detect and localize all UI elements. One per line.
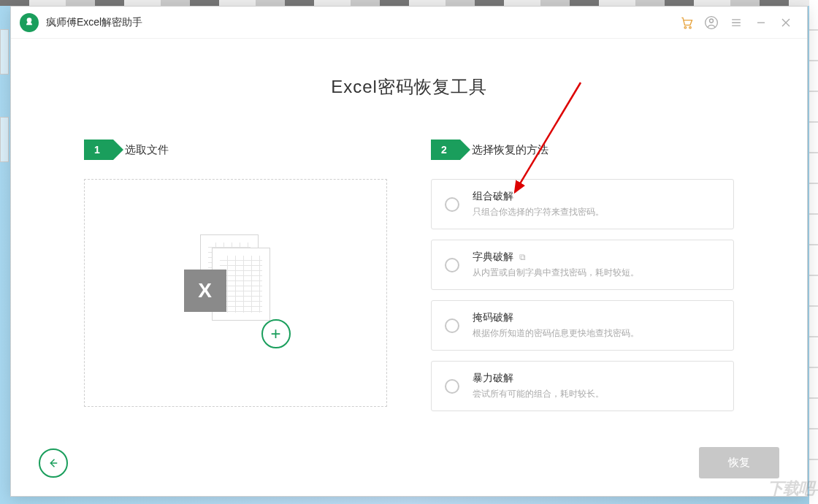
step1-header: 1 选取文件 (84, 140, 387, 160)
radio-icon (445, 318, 459, 333)
step1-badge: 1 (84, 140, 113, 160)
recover-button[interactable]: 恢复 (699, 447, 779, 478)
method-title: 掩码破解 (473, 311, 720, 324)
method-title: 组合破解 (473, 190, 720, 203)
svg-point-3 (710, 19, 714, 23)
radio-icon (445, 197, 459, 212)
user-icon[interactable] (699, 10, 724, 35)
step1-label: 选取文件 (125, 143, 169, 157)
method-title: 暴力破解 (473, 372, 720, 385)
app-logo-icon (20, 13, 39, 32)
footer: 恢复 (11, 447, 807, 478)
app-window: 疯师傅Excel解密助手 Excel密码恢复工具 1 选取文件 (10, 6, 808, 497)
watermark: 下载吧 (768, 478, 814, 500)
method-option-0[interactable]: 组合破解 只组合你选择的字符来查找密码。 (431, 179, 734, 229)
page-title: Excel密码恢复工具 (84, 75, 734, 99)
desktop-right-icons (809, 0, 818, 504)
method-desc: 尝试所有可能的组合，耗时较长。 (473, 388, 720, 400)
desktop-top-strip (0, 0, 818, 6)
step1-column: 1 选取文件 X + (84, 140, 387, 411)
app-title: 疯师傅Excel解密助手 (46, 16, 142, 29)
method-desc: 从内置或自制字典中查找密码，耗时较短。 (473, 267, 720, 279)
svg-point-1 (689, 26, 692, 28)
method-title: 字典破解⧉ (473, 251, 720, 264)
method-desc: 根据你所知道的密码信息更快地查找密码。 (473, 327, 720, 340)
menu-icon[interactable] (724, 10, 749, 35)
radio-icon (445, 379, 459, 394)
file-dropzone[interactable]: X + (84, 179, 387, 407)
close-icon[interactable] (773, 10, 798, 35)
back-button[interactable] (39, 448, 68, 478)
add-file-plus-icon[interactable]: + (261, 319, 291, 348)
excel-x-badge: X (184, 270, 226, 312)
minimize-icon[interactable] (749, 10, 773, 35)
radio-icon (445, 258, 459, 272)
step2-badge: 2 (431, 140, 460, 160)
method-option-1[interactable]: 字典破解⧉ 从内置或自制字典中查找密码，耗时较短。 (431, 240, 734, 290)
step2-column: 2 选择恢复的方法 组合破解 只组合你选择的字符来查找密码。 字典破解⧉ 从内置… (431, 140, 734, 411)
titlebar: 疯师傅Excel解密助手 (11, 7, 807, 39)
copy-icon: ⧉ (519, 252, 526, 262)
step2-header: 2 选择恢复的方法 (431, 140, 734, 160)
method-option-3[interactable]: 暴力破解 尝试所有可能的组合，耗时较长。 (431, 361, 734, 411)
content-area: Excel密码恢复工具 1 选取文件 X + 2 (11, 39, 807, 496)
cart-icon[interactable] (674, 10, 699, 35)
step2-label: 选择恢复的方法 (472, 143, 548, 157)
excel-file-icon: X + (181, 234, 291, 351)
method-desc: 只组合你选择的字符来查找密码。 (473, 206, 720, 218)
method-option-2[interactable]: 掩码破解 根据你所知道的密码信息更快地查找密码。 (431, 300, 734, 351)
svg-point-0 (684, 26, 687, 28)
